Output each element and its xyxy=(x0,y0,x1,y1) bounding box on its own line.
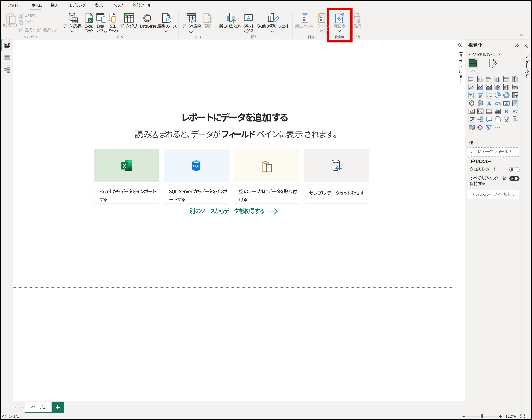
svg-text:Py: Py xyxy=(513,109,518,114)
svg-text:R: R xyxy=(505,109,508,114)
svg-text:SQL: SQL xyxy=(193,164,200,168)
svg-text:X: X xyxy=(123,163,126,169)
svg-text:A: A xyxy=(247,15,250,21)
svg-text:123: 123 xyxy=(504,102,508,105)
svg-text:X: X xyxy=(89,19,92,22)
